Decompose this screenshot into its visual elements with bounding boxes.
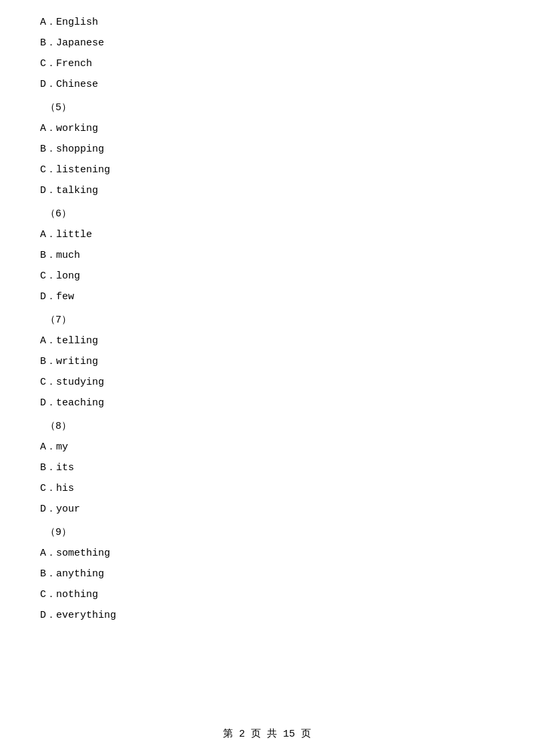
option-1-0: A．working: [40, 120, 494, 138]
section-number-1: （5）: [40, 99, 494, 117]
page-content: A．EnglishB．JapaneseC．FrenchD．Chinese（5）A…: [0, 0, 534, 667]
option-2-0: A．little: [40, 226, 494, 244]
section-number-5: （9）: [40, 524, 494, 542]
option-2-3: D．few: [40, 288, 494, 306]
option-1-1: B．shopping: [40, 140, 494, 158]
option-0-1: B．Japanese: [40, 34, 494, 52]
option-1-2: C．listening: [40, 161, 494, 179]
section-number-2: （6）: [40, 205, 494, 223]
option-3-0: A．telling: [40, 332, 494, 350]
option-2-1: B．much: [40, 246, 494, 264]
option-4-3: D．your: [40, 500, 494, 518]
option-0-0: A．English: [40, 13, 494, 31]
option-0-2: C．French: [40, 55, 494, 73]
option-4-0: A．my: [40, 438, 494, 456]
option-5-1: B．anything: [40, 565, 494, 583]
section-number-3: （7）: [40, 311, 494, 329]
footer-text: 第 2 页 共 15 页: [223, 729, 311, 740]
option-0-3: D．Chinese: [40, 75, 494, 93]
option-5-2: C．nothing: [40, 586, 494, 604]
option-5-0: A．something: [40, 544, 494, 562]
option-2-2: C．long: [40, 267, 494, 285]
option-4-1: B．its: [40, 459, 494, 477]
option-1-3: D．talking: [40, 182, 494, 200]
page-footer: 第 2 页 共 15 页: [0, 727, 534, 740]
option-4-2: C．his: [40, 480, 494, 498]
section-number-4: （8）: [40, 417, 494, 435]
option-5-3: D．everything: [40, 606, 494, 624]
option-3-2: C．studying: [40, 373, 494, 391]
option-3-3: D．teaching: [40, 394, 494, 412]
option-3-1: B．writing: [40, 353, 494, 371]
